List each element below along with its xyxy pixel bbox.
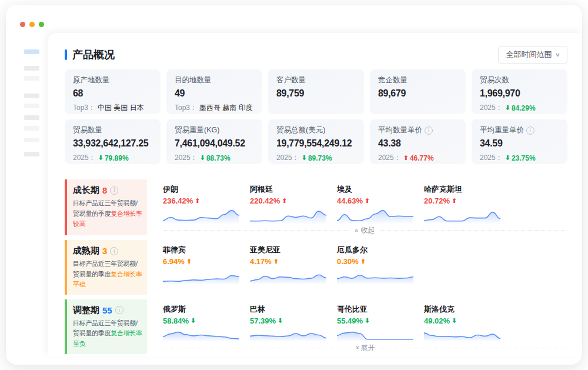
country-name: 菲律宾 — [163, 245, 250, 255]
country-trend-cell: 伊朗236.42%⬆ — [163, 184, 250, 224]
stat-trend: ⬇84.29% — [505, 104, 536, 112]
stat-card: 贸易重量(KG)7,461,094,049.522025：⬇88.73% — [166, 119, 262, 164]
stage-title: 成长期8i — [73, 185, 142, 196]
fold-chevrons-up-icon: « — [354, 228, 361, 232]
sidebar-item[interactable] — [24, 115, 39, 120]
stat-card: 原产地数量68Top3：中国 美国 日本 — [65, 69, 161, 114]
stat-subline: 2025：⬇84.29% — [480, 103, 559, 113]
title-accent-bar — [65, 49, 67, 60]
trend-sparkline — [424, 207, 500, 224]
sidebar-item[interactable] — [24, 76, 39, 81]
stat-sub-prefix: 2025： — [378, 153, 401, 163]
country-trend-cell: 巴林57.39%⬇ — [250, 304, 337, 341]
stat-sub-prefix: 2025： — [73, 153, 96, 163]
stage-count: 55 — [102, 305, 112, 315]
time-range-select[interactable]: 全部时间范围 ∨ — [498, 46, 567, 64]
country-growth-pct: 58.84%⬇ — [163, 316, 250, 325]
country-growth-pct: 4.17%⬆ — [250, 257, 337, 266]
country-name: 俄罗斯 — [163, 304, 250, 315]
stats-row: 原产地数量68Top3：中国 美国 日本目的地数量49Top3：墨西哥 越南 印… — [65, 69, 567, 114]
country-growth-pct: 57.39%⬇ — [250, 316, 337, 325]
country-name: 哥伦比亚 — [337, 304, 424, 315]
stat-label: 竞企数量 — [378, 75, 457, 85]
stat-value: 33,932,642,127.25 — [73, 138, 152, 149]
info-icon[interactable]: i — [110, 247, 118, 255]
stage-country-row: 俄罗斯58.84%⬇巴林57.39%⬇哥伦比亚55.49%⬇斯洛伐克49.02%… — [163, 299, 567, 341]
collapse-toggle[interactable]: «收起 — [163, 225, 567, 235]
stats-row: 贸易数量33,932,642,127.252025：⬇79.89%贸易重量(KG… — [65, 119, 567, 164]
page-title-wrap: 产品概况 — [65, 48, 115, 62]
expand-toggle[interactable]: «展开 — [163, 343, 567, 353]
country-name: 阿根廷 — [250, 184, 337, 195]
stat-card: 客户数量89,759 — [268, 69, 364, 114]
country-trend-cell: 哈萨克斯坦20.72%⬆ — [424, 184, 511, 224]
trend-sparkline — [163, 327, 239, 341]
stat-subline: Top3：中国 美国 日本 — [73, 103, 152, 113]
fold-label: 展开 — [361, 343, 375, 353]
trend-sparkline — [337, 207, 413, 224]
stat-label: 贸易数量 — [73, 125, 152, 135]
arrow-down-icon: ⬇ — [191, 317, 196, 325]
arrow-down-icon: ⬇ — [452, 317, 457, 325]
stat-sub-prefix: 2025： — [175, 153, 198, 163]
sidebar-item[interactable] — [24, 104, 39, 108]
sidebar-item[interactable] — [24, 138, 39, 142]
country-trend-cell: 俄罗斯58.84%⬇ — [163, 304, 250, 341]
stage-name: 成长期 — [73, 185, 99, 196]
country-name: 亚美尼亚 — [250, 245, 337, 255]
stat-value: 68 — [73, 88, 152, 99]
country-growth-pct: 0.30%⬆ — [337, 257, 424, 266]
stat-subline: Top3：墨西哥 越南 印度 — [175, 103, 254, 113]
sidebar-skeleton — [6, 33, 48, 365]
close-button[interactable] — [20, 22, 25, 27]
stage-description: 目标产品近三年贸易额/贸易量的季度复合增长率较高 — [73, 198, 142, 229]
stat-sub-prefix: 2025： — [480, 103, 503, 113]
sidebar-item[interactable] — [24, 126, 39, 131]
stat-value: 34.59 — [480, 138, 559, 149]
arrow-up-icon: ⬆ — [365, 197, 370, 205]
country-trend-cell: 阿根廷220.42%⬆ — [250, 184, 337, 224]
info-icon[interactable]: i — [110, 186, 118, 195]
info-icon[interactable]: i — [526, 126, 534, 135]
stat-label: 贸易总额(美元) — [276, 125, 356, 135]
stat-sub-prefix: Top3： — [73, 103, 95, 113]
arrow-up-icon: ⬆ — [186, 258, 192, 265]
info-icon[interactable]: i — [425, 126, 433, 135]
stage-count: 3 — [102, 246, 107, 256]
arrow-up-icon: ⬆ — [282, 197, 287, 205]
arrow-up-icon: ⬆ — [452, 197, 457, 205]
country-name: 伊朗 — [163, 184, 250, 195]
stat-label: 原产地数量 — [73, 75, 152, 85]
stat-subline: 2025：⬇79.89% — [73, 153, 152, 163]
stage-country-row: 伊朗236.42%⬆阿根廷220.42%⬆埃及44.63%⬆哈萨克斯坦20.72… — [163, 179, 567, 224]
stat-value: 7,461,094,049.52 — [175, 138, 254, 149]
stat-sub-prefix: Top3： — [175, 103, 197, 113]
trend-sparkline — [250, 327, 326, 341]
stat-trend: ⬇79.89% — [98, 154, 129, 162]
sidebar-item[interactable] — [24, 152, 39, 156]
country-name: 哈萨克斯坦 — [424, 184, 511, 195]
stage-label-block: 成长期8i目标产品近三年贸易额/贸易量的季度复合增长率较高 — [65, 179, 147, 235]
zoom-button[interactable] — [39, 22, 44, 27]
arrow-up-icon: ⬆ — [195, 197, 200, 205]
sidebar-item[interactable] — [24, 94, 39, 98]
sidebar-item[interactable] — [24, 49, 39, 54]
arrow-down-icon: ⬇ — [302, 154, 307, 162]
stage-label-block: 成熟期3i目标产品近三年贸易额/贸易量的季度复合增长率平稳 — [65, 240, 147, 295]
main-panel: 产品概况 全部时间范围 ∨ 原产地数量68Top3：中国 美国 日本目的地数量4… — [48, 33, 582, 356]
stat-value: 49 — [175, 88, 254, 99]
stat-subline: 2025：⬆46.77% — [378, 153, 457, 163]
info-icon[interactable]: i — [115, 306, 123, 314]
time-range-label: 全部时间范围 — [506, 49, 552, 60]
fold-label: 收起 — [361, 225, 375, 235]
stat-subline: 2025：⬇23.75% — [480, 153, 559, 163]
stat-card: 贸易次数1,969,9702025：⬇84.29% — [472, 69, 567, 114]
arrow-up-icon: ⬆ — [360, 258, 366, 265]
arrow-down-icon: ⬇ — [505, 154, 510, 162]
sidebar-item[interactable] — [24, 66, 39, 71]
trend-sparkline — [337, 327, 413, 341]
stage-section: 调整期55i目标产品近三年贸易额/贸易量的季度复合增长率呈负俄罗斯58.84%⬇… — [65, 299, 567, 354]
minimize-button[interactable] — [29, 22, 35, 27]
arrow-down-icon: ⬇ — [200, 154, 205, 162]
stat-value: 19,779,554,249.12 — [276, 138, 356, 149]
